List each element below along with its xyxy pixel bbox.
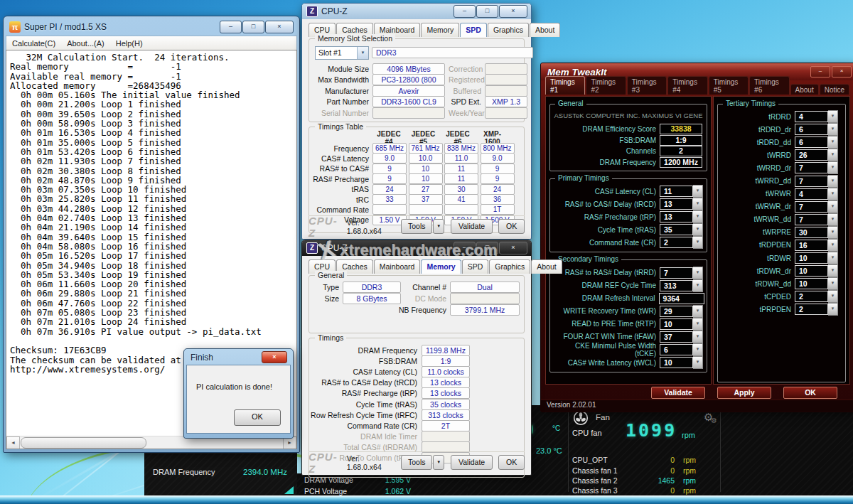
cpuz-titlebar[interactable]: Z CPU-Z – □ × (302, 240, 531, 256)
timing-value: 313 clocks (422, 409, 470, 421)
tools-dropdown-icon[interactable]: ▼ (433, 219, 444, 234)
tools-button[interactable]: Tools (401, 455, 432, 470)
timing-label: Command Rate (CR) (552, 239, 660, 247)
chevron-down-icon[interactable]: ▼ (693, 236, 703, 249)
tab[interactable]: Memory (421, 23, 459, 37)
menu-item[interactable]: About...(A) (61, 39, 110, 48)
close-button[interactable]: × (832, 66, 852, 77)
field-label: Part Number (312, 97, 372, 106)
minimize-button[interactable]: – (220, 21, 242, 33)
minimize-button[interactable]: – (454, 5, 476, 18)
chevron-down-icon[interactable]: ▼ (693, 343, 703, 356)
chevron-down-icon[interactable]: ▼ (693, 210, 703, 223)
chevron-down-icon[interactable]: ▼ (828, 175, 838, 188)
ok-button[interactable]: OK (783, 387, 837, 399)
tab[interactable]: Timings #5 (709, 76, 749, 95)
tab[interactable]: Timings #3 (627, 76, 667, 95)
finish-titlebar[interactable]: Finish × (186, 349, 291, 365)
chevron-down-icon[interactable]: ▼ (693, 267, 703, 279)
tools-dropdown-icon[interactable]: ▼ (433, 455, 444, 470)
cell-value: 9.0 (481, 153, 515, 163)
chevron-down-icon[interactable]: ▼ (693, 318, 703, 331)
superpi-titlebar[interactable]: π Super PI / mod1.5 XS – □ × (6, 16, 297, 36)
validate-button[interactable]: Validate (451, 219, 493, 234)
tab[interactable]: Mainboard (374, 259, 421, 274)
timing-row: WRITE Recovery Time (tWR) 29 ▼ (552, 305, 704, 318)
tab[interactable]: About (530, 23, 560, 37)
apply-button[interactable]: Apply (717, 387, 771, 399)
tab[interactable]: Timings #6 (749, 76, 789, 95)
tab[interactable]: Timings #1 (545, 76, 585, 95)
ok-button[interactable]: OK (234, 409, 281, 426)
scroll-left-icon[interactable]: ◄ (6, 436, 20, 449)
chevron-down-icon[interactable]: ▼ (828, 161, 838, 174)
chevron-down-icon[interactable]: ▼ (693, 223, 703, 236)
tab[interactable]: Memory (421, 259, 461, 274)
chevron-down-icon[interactable]: ▼ (828, 110, 838, 123)
tab[interactable]: About (531, 259, 562, 274)
menu-item[interactable]: Calculate(C) (6, 39, 61, 48)
tab[interactable]: Timings #2 (586, 76, 626, 95)
minimize-button[interactable]: – (810, 66, 830, 77)
resize-triangle-icon[interactable] (284, 486, 294, 494)
field-row: Part Number DDR3-1600 CL9 4GB (312, 97, 445, 107)
chevron-down-icon[interactable]: ▼ (693, 356, 703, 369)
slot-selector[interactable]: Slot #1 ▼ (315, 46, 369, 60)
tab[interactable]: Graphics (488, 23, 529, 37)
tab[interactable]: SPD (462, 259, 489, 274)
timing-row: DRAM Frequency 1199.8 MHz (309, 345, 524, 355)
tab[interactable]: Graphics (489, 259, 530, 274)
chevron-down-icon[interactable]: ▼ (828, 226, 838, 239)
close-button[interactable]: × (262, 351, 287, 363)
taskbar[interactable] (0, 495, 853, 504)
chevron-down-icon[interactable]: ▼ (828, 252, 838, 264)
field-row: Max Bandwidth PC3-12800 (800 MHz) (312, 75, 445, 85)
chevron-down-icon[interactable]: ▼ (828, 277, 838, 290)
tab[interactable]: Timings #4 (667, 76, 707, 95)
close-button[interactable]: × (499, 5, 527, 18)
console-line: 0h 02m 30.380s Loop 8 finished (10, 166, 296, 175)
validate-button[interactable]: Validate (651, 387, 705, 399)
chevron-down-icon[interactable]: ▼ (828, 303, 838, 316)
maximize-button[interactable]: □ (242, 21, 264, 33)
timing-row: tWRRD_dr 7 ▼ (720, 161, 843, 174)
menu-item[interactable]: Help(H) (110, 39, 149, 48)
close-button[interactable]: × (265, 21, 294, 33)
field-label: Type (313, 283, 343, 291)
chevron-down-icon[interactable]: ▼ (828, 123, 838, 136)
chevron-down-icon[interactable]: ▼ (828, 136, 838, 149)
close-button[interactable]: × (499, 242, 527, 254)
minimize-button[interactable]: – (454, 242, 476, 254)
chevron-down-icon[interactable]: ▼ (693, 305, 703, 318)
chevron-down-icon[interactable]: ▼ (693, 331, 703, 343)
tab[interactable]: SPD (460, 23, 487, 37)
table-row: RAS# Precharge 9 10 11 9 (309, 174, 524, 184)
fan-row: Chassis fan 1 0 rpm (572, 465, 696, 475)
chevron-down-icon[interactable]: ▼ (357, 47, 368, 59)
tools-button[interactable]: Tools (401, 219, 432, 234)
tab[interactable]: About (790, 84, 819, 95)
chevron-down-icon[interactable]: ▼ (828, 239, 838, 252)
ok-button[interactable]: OK (498, 219, 525, 234)
superpi-window-title: Super PI / mod1.5 XS (24, 22, 107, 32)
group-title: Timings (315, 333, 346, 342)
timing-label: CAS# Write Latency (tWCL) (552, 359, 660, 367)
gear-icon[interactable]: ⚙⚙ (704, 411, 713, 424)
chevron-down-icon[interactable]: ▼ (693, 198, 703, 210)
validate-button[interactable]: Validate (451, 455, 493, 470)
tab[interactable]: Notice (820, 84, 849, 95)
chevron-down-icon[interactable]: ▼ (828, 213, 838, 226)
cpuz-titlebar[interactable]: Z CPU-Z – □ × (302, 4, 531, 19)
chevron-down-icon[interactable]: ▼ (828, 149, 838, 161)
chevron-down-icon[interactable]: ▼ (693, 185, 703, 198)
scrollbar-thumb[interactable] (21, 437, 146, 449)
chevron-down-icon[interactable]: ▼ (828, 200, 838, 213)
table-row: Command Rate 1T (309, 205, 524, 215)
chevron-down-icon[interactable]: ▼ (828, 290, 838, 303)
maximize-button[interactable]: □ (476, 242, 498, 254)
ok-button[interactable]: OK (498, 455, 525, 470)
chevron-down-icon[interactable]: ▼ (693, 279, 703, 292)
chevron-down-icon[interactable]: ▼ (828, 264, 838, 277)
chevron-down-icon[interactable]: ▼ (828, 188, 838, 200)
maximize-button[interactable]: □ (476, 5, 498, 18)
